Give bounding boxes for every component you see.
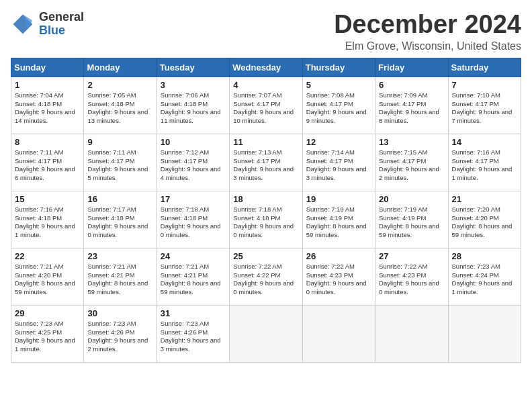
calendar-header-saturday: Saturday bbox=[448, 58, 521, 77]
day-detail: Sunrise: 7:05 AMSunset: 4:18 PMDaylight:… bbox=[87, 91, 148, 124]
day-number: 24 bbox=[161, 251, 226, 261]
calendar-cell: 9 Sunrise: 7:11 AMSunset: 4:17 PMDayligh… bbox=[84, 134, 157, 191]
day-number: 3 bbox=[161, 80, 226, 90]
day-number: 21 bbox=[452, 194, 517, 204]
day-number: 13 bbox=[379, 137, 444, 147]
day-detail: Sunrise: 7:16 AMSunset: 4:18 PMDaylight:… bbox=[15, 205, 75, 238]
day-detail: Sunrise: 7:10 AMSunset: 4:17 PMDaylight:… bbox=[452, 91, 513, 124]
day-number: 10 bbox=[161, 137, 226, 147]
day-number: 11 bbox=[233, 137, 298, 147]
day-detail: Sunrise: 7:08 AMSunset: 4:17 PMDaylight:… bbox=[306, 91, 367, 124]
day-number: 20 bbox=[379, 194, 444, 204]
calendar-cell: 8 Sunrise: 7:11 AMSunset: 4:17 PMDayligh… bbox=[11, 134, 84, 191]
calendar-cell: 21 Sunrise: 7:20 AMSunset: 4:20 PMDaylig… bbox=[448, 191, 521, 248]
calendar-cell: 24 Sunrise: 7:21 AMSunset: 4:21 PMDaylig… bbox=[157, 248, 229, 305]
calendar-cell: 30 Sunrise: 7:23 AMSunset: 4:26 PMDaylig… bbox=[84, 305, 157, 362]
day-detail: Sunrise: 7:18 AMSunset: 4:18 PMDaylight:… bbox=[233, 205, 294, 238]
day-detail: Sunrise: 7:21 AMSunset: 4:21 PMDaylight:… bbox=[87, 263, 148, 295]
calendar-cell: 12 Sunrise: 7:14 AMSunset: 4:17 PMDaylig… bbox=[302, 134, 375, 191]
logo-general: General bbox=[39, 11, 84, 24]
day-detail: Sunrise: 7:14 AMSunset: 4:17 PMDaylight:… bbox=[306, 148, 367, 181]
day-detail: Sunrise: 7:23 AMSunset: 4:25 PMDaylight:… bbox=[15, 320, 75, 353]
day-number: 29 bbox=[15, 308, 80, 318]
day-number: 6 bbox=[379, 80, 444, 90]
calendar-cell bbox=[448, 305, 521, 362]
calendar-header-wednesday: Wednesday bbox=[230, 58, 302, 77]
day-number: 25 bbox=[233, 251, 298, 261]
calendar-header-thursday: Thursday bbox=[302, 58, 375, 77]
calendar-cell: 7 Sunrise: 7:10 AMSunset: 4:17 PMDayligh… bbox=[448, 77, 521, 134]
day-detail: Sunrise: 7:22 AMSunset: 4:22 PMDaylight:… bbox=[233, 263, 294, 295]
calendar-cell: 2 Sunrise: 7:05 AMSunset: 4:18 PMDayligh… bbox=[84, 77, 157, 134]
calendar-cell: 10 Sunrise: 7:12 AMSunset: 4:17 PMDaylig… bbox=[157, 134, 229, 191]
day-detail: Sunrise: 7:11 AMSunset: 4:17 PMDaylight:… bbox=[87, 148, 148, 181]
day-detail: Sunrise: 7:13 AMSunset: 4:17 PMDaylight:… bbox=[233, 148, 294, 181]
calendar-header-tuesday: Tuesday bbox=[157, 58, 229, 77]
page-header: General Blue December 2024 Elm Grove, Wi… bbox=[11, 11, 521, 52]
calendar-header-friday: Friday bbox=[375, 58, 448, 77]
day-detail: Sunrise: 7:21 AMSunset: 4:20 PMDaylight:… bbox=[15, 263, 75, 295]
day-detail: Sunrise: 7:09 AMSunset: 4:17 PMDaylight:… bbox=[379, 91, 439, 124]
day-detail: Sunrise: 7:07 AMSunset: 4:17 PMDaylight:… bbox=[233, 91, 294, 124]
title-area: December 2024 Elm Grove, Wisconsin, Unit… bbox=[334, 11, 521, 52]
calendar-cell: 20 Sunrise: 7:19 AMSunset: 4:19 PMDaylig… bbox=[375, 191, 448, 248]
day-number: 19 bbox=[306, 194, 371, 204]
day-detail: Sunrise: 7:23 AMSunset: 4:26 PMDaylight:… bbox=[87, 320, 148, 353]
calendar-cell: 14 Sunrise: 7:16 AMSunset: 4:17 PMDaylig… bbox=[448, 134, 521, 191]
calendar-cell: 13 Sunrise: 7:15 AMSunset: 4:17 PMDaylig… bbox=[375, 134, 448, 191]
calendar-cell bbox=[302, 305, 375, 362]
day-number: 31 bbox=[161, 308, 226, 318]
calendar-week-5: 29 Sunrise: 7:23 AMSunset: 4:25 PMDaylig… bbox=[11, 305, 521, 362]
day-detail: Sunrise: 7:21 AMSunset: 4:21 PMDaylight:… bbox=[161, 263, 221, 295]
day-detail: Sunrise: 7:23 AMSunset: 4:24 PMDaylight:… bbox=[452, 263, 513, 295]
calendar-body: 1 Sunrise: 7:04 AMSunset: 4:18 PMDayligh… bbox=[11, 77, 521, 362]
day-number: 7 bbox=[452, 80, 517, 90]
calendar-cell bbox=[375, 305, 448, 362]
day-detail: Sunrise: 7:04 AMSunset: 4:18 PMDaylight:… bbox=[15, 91, 75, 124]
day-detail: Sunrise: 7:19 AMSunset: 4:19 PMDaylight:… bbox=[379, 205, 439, 238]
calendar-cell: 1 Sunrise: 7:04 AMSunset: 4:18 PMDayligh… bbox=[11, 77, 84, 134]
day-detail: Sunrise: 7:17 AMSunset: 4:18 PMDaylight:… bbox=[87, 205, 148, 238]
calendar-cell bbox=[230, 305, 302, 362]
calendar-cell: 4 Sunrise: 7:07 AMSunset: 4:17 PMDayligh… bbox=[230, 77, 302, 134]
day-detail: Sunrise: 7:15 AMSunset: 4:17 PMDaylight:… bbox=[379, 148, 439, 181]
calendar-week-1: 1 Sunrise: 7:04 AMSunset: 4:18 PMDayligh… bbox=[11, 77, 521, 134]
day-number: 2 bbox=[87, 80, 152, 90]
calendar-week-2: 8 Sunrise: 7:11 AMSunset: 4:17 PMDayligh… bbox=[11, 134, 521, 191]
day-number: 14 bbox=[452, 137, 517, 147]
day-detail: Sunrise: 7:22 AMSunset: 4:23 PMDaylight:… bbox=[306, 263, 367, 295]
logo-blue: Blue bbox=[39, 24, 84, 38]
month-title: December 2024 bbox=[334, 11, 521, 39]
calendar-cell: 26 Sunrise: 7:22 AMSunset: 4:23 PMDaylig… bbox=[302, 248, 375, 305]
calendar-cell: 5 Sunrise: 7:08 AMSunset: 4:17 PMDayligh… bbox=[302, 77, 375, 134]
calendar-cell: 29 Sunrise: 7:23 AMSunset: 4:25 PMDaylig… bbox=[11, 305, 84, 362]
day-number: 23 bbox=[87, 251, 152, 261]
day-detail: Sunrise: 7:12 AMSunset: 4:17 PMDaylight:… bbox=[161, 148, 221, 181]
day-detail: Sunrise: 7:22 AMSunset: 4:23 PMDaylight:… bbox=[379, 263, 439, 295]
calendar-cell: 27 Sunrise: 7:22 AMSunset: 4:23 PMDaylig… bbox=[375, 248, 448, 305]
day-number: 8 bbox=[15, 137, 80, 147]
day-number: 26 bbox=[306, 251, 371, 261]
calendar-cell: 28 Sunrise: 7:23 AMSunset: 4:24 PMDaylig… bbox=[448, 248, 521, 305]
logo-text: General Blue bbox=[39, 11, 84, 38]
day-number: 12 bbox=[306, 137, 371, 147]
calendar-cell: 17 Sunrise: 7:18 AMSunset: 4:18 PMDaylig… bbox=[157, 191, 229, 248]
day-number: 30 bbox=[87, 308, 152, 318]
day-detail: Sunrise: 7:16 AMSunset: 4:17 PMDaylight:… bbox=[452, 148, 513, 181]
day-number: 22 bbox=[15, 251, 80, 261]
calendar-cell: 11 Sunrise: 7:13 AMSunset: 4:17 PMDaylig… bbox=[230, 134, 302, 191]
calendar-cell: 3 Sunrise: 7:06 AMSunset: 4:18 PMDayligh… bbox=[157, 77, 229, 134]
calendar-week-3: 15 Sunrise: 7:16 AMSunset: 4:18 PMDaylig… bbox=[11, 191, 521, 248]
day-detail: Sunrise: 7:06 AMSunset: 4:18 PMDaylight:… bbox=[161, 91, 221, 124]
day-detail: Sunrise: 7:20 AMSunset: 4:20 PMDaylight:… bbox=[452, 205, 513, 238]
calendar-cell: 16 Sunrise: 7:17 AMSunset: 4:18 PMDaylig… bbox=[84, 191, 157, 248]
calendar-cell: 19 Sunrise: 7:19 AMSunset: 4:19 PMDaylig… bbox=[302, 191, 375, 248]
calendar-table: SundayMondayTuesdayWednesdayThursdayFrid… bbox=[11, 58, 521, 363]
calendar-cell: 31 Sunrise: 7:23 AMSunset: 4:26 PMDaylig… bbox=[157, 305, 229, 362]
calendar-header-sunday: Sunday bbox=[11, 58, 84, 77]
day-number: 4 bbox=[233, 80, 298, 90]
calendar-header-monday: Monday bbox=[84, 58, 157, 77]
calendar-cell: 6 Sunrise: 7:09 AMSunset: 4:17 PMDayligh… bbox=[375, 77, 448, 134]
day-number: 5 bbox=[306, 80, 371, 90]
day-number: 9 bbox=[87, 137, 152, 147]
